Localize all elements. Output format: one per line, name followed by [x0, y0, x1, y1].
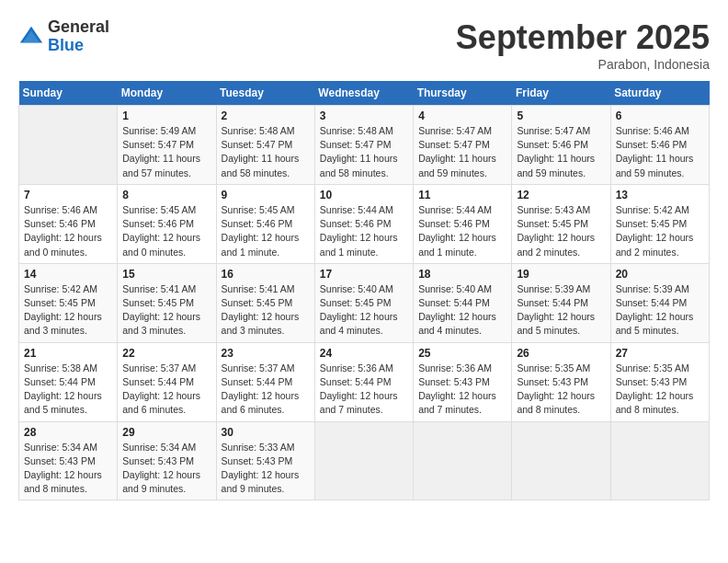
day-number: 26: [517, 347, 605, 360]
day-info: Sunrise: 5:34 AMSunset: 5:43 PMDaylight:…: [24, 441, 112, 497]
calendar-cell: 21Sunrise: 5:38 AMSunset: 5:44 PMDayligh…: [19, 342, 118, 421]
day-info: Sunrise: 5:44 AMSunset: 5:46 PMDaylight:…: [418, 203, 506, 259]
day-info: Sunrise: 5:34 AMSunset: 5:43 PMDaylight:…: [122, 441, 210, 497]
calendar-cell: 18Sunrise: 5:40 AMSunset: 5:44 PMDayligh…: [414, 263, 512, 342]
day-number: 18: [418, 268, 506, 281]
calendar-cell: 30Sunrise: 5:33 AMSunset: 5:43 PMDayligh…: [216, 421, 314, 500]
calendar-cell: 22Sunrise: 5:37 AMSunset: 5:44 PMDayligh…: [118, 342, 216, 421]
day-number: 2: [222, 109, 310, 122]
header-row: SundayMondayTuesdayWednesdayThursdayFrid…: [19, 81, 710, 106]
header-tuesday: Tuesday: [216, 81, 314, 106]
day-number: 24: [320, 347, 408, 360]
calendar-cell: 24Sunrise: 5:36 AMSunset: 5:44 PMDayligh…: [314, 342, 413, 421]
calendar-cell: 7Sunrise: 5:46 AMSunset: 5:46 PMDaylight…: [19, 184, 118, 263]
day-number: 30: [222, 426, 310, 439]
day-info: Sunrise: 5:37 AMSunset: 5:44 PMDaylight:…: [222, 362, 310, 418]
calendar-cell: 20Sunrise: 5:39 AMSunset: 5:44 PMDayligh…: [610, 263, 709, 342]
calendar-cell: 29Sunrise: 5:34 AMSunset: 5:43 PMDayligh…: [118, 421, 216, 500]
day-info: Sunrise: 5:42 AMSunset: 5:45 PMDaylight:…: [24, 282, 112, 339]
calendar-cell: [610, 421, 709, 500]
day-number: 14: [24, 268, 112, 281]
day-info: Sunrise: 5:41 AMSunset: 5:45 PMDaylight:…: [122, 282, 210, 339]
header-friday: Friday: [512, 81, 610, 106]
day-info: Sunrise: 5:35 AMSunset: 5:43 PMDaylight:…: [517, 362, 605, 418]
day-number: 5: [517, 109, 605, 122]
calendar-cell: 14Sunrise: 5:42 AMSunset: 5:45 PMDayligh…: [19, 263, 118, 342]
day-number: 28: [24, 426, 112, 439]
calendar-cell: 12Sunrise: 5:43 AMSunset: 5:45 PMDayligh…: [512, 184, 610, 263]
location-subtitle: Parabon, Indonesia: [456, 57, 710, 72]
title-block: September 2025 Parabon, Indonesia: [456, 18, 710, 72]
calendar-cell: 15Sunrise: 5:41 AMSunset: 5:45 PMDayligh…: [118, 263, 216, 342]
week-row: 14Sunrise: 5:42 AMSunset: 5:45 PMDayligh…: [19, 263, 710, 342]
day-number: 29: [122, 426, 210, 439]
day-number: 9: [222, 189, 310, 201]
calendar-cell: 6Sunrise: 5:46 AMSunset: 5:46 PMDaylight…: [610, 106, 709, 185]
day-info: Sunrise: 5:46 AMSunset: 5:46 PMDaylight:…: [616, 124, 704, 180]
day-number: 16: [222, 268, 310, 281]
day-info: Sunrise: 5:35 AMSunset: 5:43 PMDaylight:…: [616, 362, 704, 418]
day-info: Sunrise: 5:42 AMSunset: 5:45 PMDaylight:…: [616, 203, 704, 259]
calendar-cell: 8Sunrise: 5:45 AMSunset: 5:46 PMDaylight…: [118, 184, 216, 263]
day-number: 21: [24, 347, 112, 360]
day-number: 6: [616, 109, 704, 122]
calendar-cell: 27Sunrise: 5:35 AMSunset: 5:43 PMDayligh…: [610, 342, 709, 421]
calendar-cell: 17Sunrise: 5:40 AMSunset: 5:45 PMDayligh…: [314, 263, 413, 342]
calendar-cell: [512, 421, 610, 500]
header-saturday: Saturday: [610, 81, 709, 106]
logo-blue: Blue: [48, 37, 109, 55]
calendar-cell: 26Sunrise: 5:35 AMSunset: 5:43 PMDayligh…: [512, 342, 610, 421]
day-number: 12: [517, 189, 605, 201]
day-info: Sunrise: 5:45 AMSunset: 5:46 PMDaylight:…: [222, 203, 310, 259]
week-row: 1Sunrise: 5:49 AMSunset: 5:47 PMDaylight…: [19, 106, 710, 185]
day-info: Sunrise: 5:46 AMSunset: 5:46 PMDaylight:…: [24, 203, 112, 259]
day-number: 15: [122, 268, 210, 281]
calendar-cell: 13Sunrise: 5:42 AMSunset: 5:45 PMDayligh…: [610, 184, 709, 263]
day-number: 25: [418, 347, 506, 360]
calendar-cell: 5Sunrise: 5:47 AMSunset: 5:46 PMDaylight…: [512, 106, 610, 185]
day-number: 11: [418, 189, 506, 201]
logo-icon: [18, 24, 44, 50]
calendar-cell: 23Sunrise: 5:37 AMSunset: 5:44 PMDayligh…: [216, 342, 314, 421]
day-number: 3: [320, 109, 408, 122]
calendar-cell: 3Sunrise: 5:48 AMSunset: 5:47 PMDaylight…: [314, 106, 413, 185]
day-number: 22: [122, 347, 210, 360]
header-thursday: Thursday: [414, 81, 512, 106]
calendar-cell: 2Sunrise: 5:48 AMSunset: 5:47 PMDaylight…: [216, 106, 314, 185]
calendar-cell: 4Sunrise: 5:47 AMSunset: 5:47 PMDaylight…: [414, 106, 512, 185]
day-info: Sunrise: 5:33 AMSunset: 5:43 PMDaylight:…: [222, 441, 310, 497]
day-info: Sunrise: 5:45 AMSunset: 5:46 PMDaylight:…: [122, 203, 210, 259]
day-info: Sunrise: 5:47 AMSunset: 5:47 PMDaylight:…: [418, 124, 506, 180]
calendar-cell: 28Sunrise: 5:34 AMSunset: 5:43 PMDayligh…: [19, 421, 118, 500]
day-number: 19: [517, 268, 605, 281]
day-number: 17: [320, 268, 408, 281]
header-sunday: Sunday: [19, 81, 118, 106]
week-row: 28Sunrise: 5:34 AMSunset: 5:43 PMDayligh…: [19, 421, 710, 500]
day-info: Sunrise: 5:40 AMSunset: 5:44 PMDaylight:…: [418, 282, 506, 339]
calendar-cell: 10Sunrise: 5:44 AMSunset: 5:46 PMDayligh…: [314, 184, 413, 263]
day-number: 20: [616, 268, 704, 281]
logo-text: General Blue: [48, 18, 109, 55]
calendar-cell: [19, 106, 118, 185]
logo-general: General: [48, 18, 109, 37]
day-info: Sunrise: 5:43 AMSunset: 5:45 PMDaylight:…: [517, 203, 605, 259]
calendar-cell: [414, 421, 512, 500]
calendar-cell: 19Sunrise: 5:39 AMSunset: 5:44 PMDayligh…: [512, 263, 610, 342]
month-title: September 2025: [456, 18, 710, 57]
calendar-table: SundayMondayTuesdayWednesdayThursdayFrid…: [18, 81, 710, 500]
day-info: Sunrise: 5:49 AMSunset: 5:47 PMDaylight:…: [122, 124, 210, 180]
day-number: 4: [418, 109, 506, 122]
day-info: Sunrise: 5:44 AMSunset: 5:46 PMDaylight:…: [320, 203, 408, 259]
week-row: 21Sunrise: 5:38 AMSunset: 5:44 PMDayligh…: [19, 342, 710, 421]
day-info: Sunrise: 5:36 AMSunset: 5:44 PMDaylight:…: [320, 362, 408, 418]
calendar-cell: 16Sunrise: 5:41 AMSunset: 5:45 PMDayligh…: [216, 263, 314, 342]
day-number: 10: [320, 189, 408, 201]
calendar-cell: 25Sunrise: 5:36 AMSunset: 5:43 PMDayligh…: [414, 342, 512, 421]
day-info: Sunrise: 5:40 AMSunset: 5:45 PMDaylight:…: [320, 282, 408, 339]
calendar-cell: 9Sunrise: 5:45 AMSunset: 5:46 PMDaylight…: [216, 184, 314, 263]
calendar-cell: [314, 421, 413, 500]
day-info: Sunrise: 5:47 AMSunset: 5:46 PMDaylight:…: [517, 124, 605, 180]
day-info: Sunrise: 5:39 AMSunset: 5:44 PMDaylight:…: [517, 282, 605, 339]
day-number: 13: [616, 189, 704, 201]
calendar-cell: 11Sunrise: 5:44 AMSunset: 5:46 PMDayligh…: [414, 184, 512, 263]
